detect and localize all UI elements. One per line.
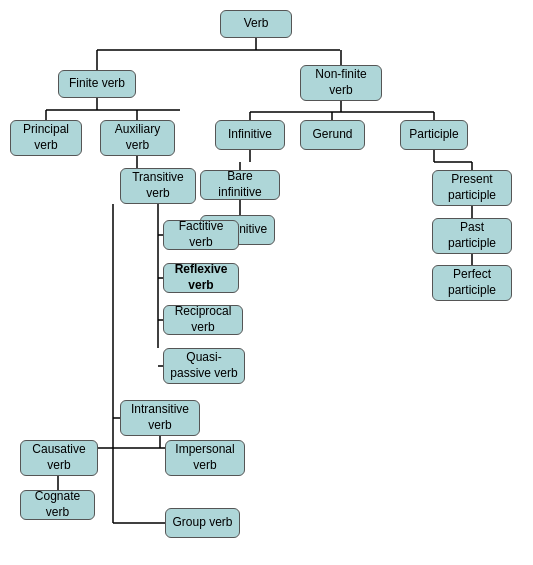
node-group: Group verb xyxy=(165,508,240,538)
node-principal: Principal verb xyxy=(10,120,82,156)
node-verb: Verb xyxy=(220,10,292,38)
node-bare-inf: Bare infinitive xyxy=(200,170,280,200)
node-past-part: Past participle xyxy=(432,218,512,254)
node-finite: Finite verb xyxy=(58,70,136,98)
node-reflexive: Reflexive verb xyxy=(163,263,239,293)
node-participle: Participle xyxy=(400,120,468,150)
node-gerund: Gerund xyxy=(300,120,365,150)
node-nonfinite: Non-finite verb xyxy=(300,65,382,101)
node-transitive: Transitive verb xyxy=(120,168,196,204)
node-present-part: Present participle xyxy=(432,170,512,206)
node-infinitive: Infinitive xyxy=(215,120,285,150)
tree-container: Verb Finite verb Non-finite verb Princip… xyxy=(0,0,533,565)
node-perfect-part: Perfect participle xyxy=(432,265,512,301)
node-intransitive: Intransitive verb xyxy=(120,400,200,436)
node-factitive: Factitive verb xyxy=(163,220,239,250)
node-causative: Causative verb xyxy=(20,440,98,476)
node-reciprocal: Reciprocal verb xyxy=(163,305,243,335)
node-impersonal: Impersonal verb xyxy=(165,440,245,476)
node-cognate: Cognate verb xyxy=(20,490,95,520)
node-quasipassive: Quasi-passive verb xyxy=(163,348,245,384)
node-auxiliary: Auxiliary verb xyxy=(100,120,175,156)
